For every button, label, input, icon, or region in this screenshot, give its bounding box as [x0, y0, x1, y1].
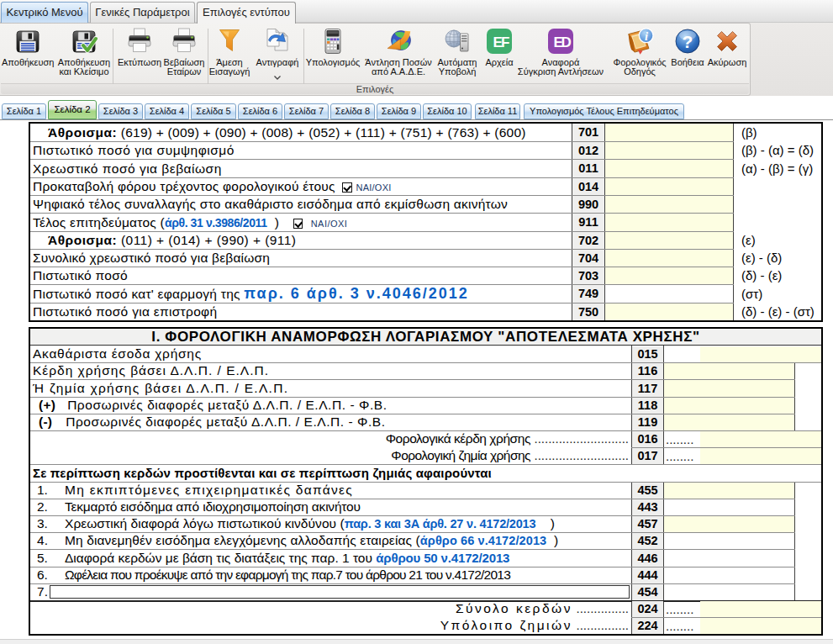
svg-text:F: F [501, 34, 509, 50]
svg-text:D: D [561, 34, 572, 50]
svg-text:?: ? [683, 32, 693, 51]
svg-text:i: i [645, 29, 648, 43]
